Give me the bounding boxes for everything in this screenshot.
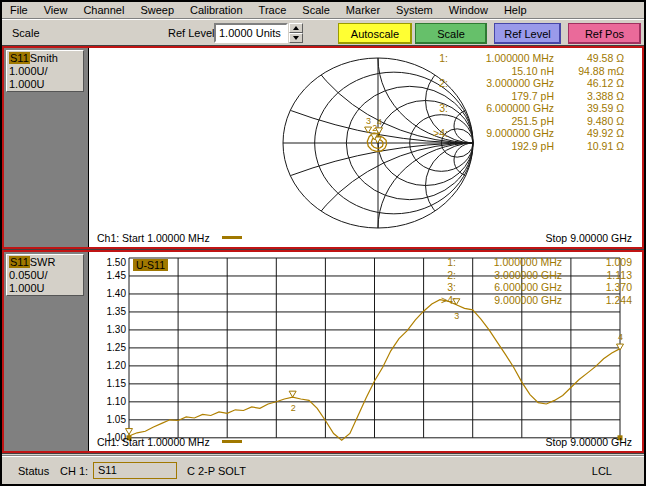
- svg-text:2: 2: [291, 403, 296, 413]
- trace-scale-value: 1.000U/: [9, 65, 81, 78]
- y-axis-tick-label: 1.25: [107, 342, 127, 353]
- trace-id-badge: S11: [9, 256, 30, 268]
- trace-ref-value: 1.000U: [9, 282, 81, 295]
- spinner-up-button[interactable]: [289, 23, 303, 33]
- menu-item-scale[interactable]: Scale: [294, 3, 338, 17]
- marker-readout-row: >4:9.000000 GHz1.244: [426, 294, 632, 307]
- sweep-indicator: [222, 440, 242, 443]
- swr-start-label: Ch1: Start 1.00000 MHz: [97, 436, 210, 448]
- autoscale-button[interactable]: Autoscale: [338, 23, 412, 44]
- marker-readout-row: 251.5 pH9.480 Ω: [418, 115, 624, 128]
- local-mode-indicator: LCL: [592, 465, 612, 477]
- marker-readout-row: >4:9.000000 GHz49.92 Ω: [418, 127, 624, 140]
- sweep-indicator: [222, 236, 242, 239]
- smith-chart-panel: S11Smith 1.000U/ 1.000U 234 1:1.000000 M…: [2, 46, 644, 249]
- smith-marker-3[interactable]: 3: [365, 116, 372, 133]
- scale-button[interactable]: Scale: [415, 23, 487, 44]
- y-axis-tick-label: 1.45: [107, 270, 127, 281]
- toolbar-mode-label: Scale: [12, 27, 40, 39]
- marker-readout-row: 179.7 pH3.388 Ω: [418, 90, 624, 103]
- ref-level-label: Ref Level: [168, 27, 214, 39]
- ref-level-input[interactable]: [214, 23, 288, 43]
- menu-item-marker[interactable]: Marker: [338, 3, 388, 17]
- smith-marker-readout: 1:1.000000 MHz49.58 Ω15.10 nH94.88 mΩ2:3…: [418, 52, 624, 152]
- y-axis-tick-label: 1.10: [107, 396, 127, 407]
- y-axis-tick-label: 1.30: [107, 324, 127, 335]
- trace-format-label: Smith: [30, 52, 58, 64]
- y-axis-tick-label: 1.15: [107, 378, 127, 389]
- toolbar: Scale Ref Level AutoscaleScaleRef LevelR…: [2, 20, 644, 46]
- svg-text:3: 3: [366, 116, 371, 126]
- up-arrow-icon: [293, 26, 299, 30]
- menu-item-sweep[interactable]: Sweep: [132, 3, 182, 17]
- marker-readout-row: 2:3.000000 GHz46.12 Ω: [418, 77, 624, 90]
- svg-text:4: 4: [377, 117, 382, 127]
- menu-item-trace[interactable]: Trace: [251, 3, 295, 17]
- marker-readout-row: 15.10 nH94.88 mΩ: [418, 65, 624, 78]
- menu-item-file[interactable]: File: [2, 3, 36, 17]
- menu-item-calibration[interactable]: Calibration: [182, 3, 251, 17]
- swr-plot-area: 1.501.451.401.351.301.251.201.151.101.05…: [88, 252, 642, 451]
- trace-id-badge: S11: [9, 52, 30, 64]
- smith-trace-sidebar: S11Smith 1.000U/ 1.000U: [4, 48, 88, 247]
- y-axis-tick-label: 1.50: [107, 257, 127, 268]
- menu-item-view[interactable]: View: [36, 3, 76, 17]
- y-axis-tick-label: 1.05: [107, 414, 127, 425]
- down-arrow-icon: [293, 36, 299, 40]
- status-bar: Status CH 1: S11 C 2-P SOLT LCL: [2, 455, 644, 484]
- spinner-down-button[interactable]: [289, 33, 303, 43]
- swr-stop-label: Stop 9.00000 GHz: [546, 436, 632, 448]
- marker-readout-row: 3:6.000000 GHz1.370: [426, 281, 632, 294]
- ref-level-spinner: [289, 23, 303, 43]
- swr-marker-readout: 1:1.000000 MHz1.0092:3.000000 GHz1.1133:…: [426, 256, 632, 306]
- menu-item-help[interactable]: Help: [496, 3, 535, 17]
- y-axis-tick-label: 1.20: [107, 360, 127, 371]
- smith-start-label: Ch1: Start 1.00000 MHz: [97, 232, 210, 244]
- menu-item-window[interactable]: Window: [441, 3, 496, 17]
- swr-trace-sidebar: S11SWR 0.050U/ 1.000U: [4, 252, 88, 451]
- marker-readout-row: 2:3.000000 GHz1.113: [426, 269, 632, 282]
- channel-label: CH 1:: [60, 465, 88, 477]
- trace-ref-value: 1.000U: [9, 78, 81, 91]
- menu-bar: FileViewChannelSweepCalibrationTraceScal…: [2, 2, 644, 19]
- swr-trace-info[interactable]: S11SWR 0.050U/ 1.000U: [6, 254, 84, 296]
- trace-format-label: SWR: [30, 256, 56, 268]
- status-label: Status: [18, 465, 49, 477]
- svg-text:4: 4: [618, 332, 623, 342]
- measurement-parameter-box: S11: [93, 462, 177, 479]
- svg-text:3: 3: [454, 311, 459, 321]
- y-axis-tick-label: 1.35: [107, 306, 127, 317]
- marker-readout-row: 1:1.000000 MHz49.58 Ω: [418, 52, 624, 65]
- marker-readout-row: 1:1.000000 MHz1.009: [426, 256, 632, 269]
- swr-marker-4[interactable]: 4: [617, 332, 624, 350]
- marker-readout-row: 192.9 pH10.91 Ω: [418, 140, 624, 153]
- marker-readout-row: 3:6.000000 GHz39.59 Ω: [418, 102, 624, 115]
- trace-scale-value: 0.050U/: [9, 269, 81, 282]
- vna-application-window: FileViewChannelSweepCalibrationTraceScal…: [0, 0, 646, 486]
- calibration-status: C 2-P SOLT: [187, 465, 246, 477]
- menu-item-channel[interactable]: Channel: [75, 3, 132, 17]
- swr-chart-panel: S11SWR 0.050U/ 1.000U 1.501.451.401.351.…: [2, 250, 644, 453]
- swr-marker-1[interactable]: [126, 429, 133, 435]
- active-trace-tag[interactable]: U-S11: [133, 259, 168, 271]
- menu-item-system[interactable]: System: [388, 3, 441, 17]
- ref-level-button[interactable]: Ref Level: [494, 23, 561, 44]
- y-axis-tick-label: 1.40: [107, 288, 127, 299]
- smith-stop-label: Stop 9.00000 GHz: [546, 232, 632, 244]
- smith-plot-area: 234 1:1.000000 MHz49.58 Ω15.10 nH94.88 m…: [88, 48, 642, 247]
- ref-pos-button[interactable]: Ref Pos: [568, 23, 641, 44]
- smith-trace-info[interactable]: S11Smith 1.000U/ 1.000U: [6, 50, 84, 92]
